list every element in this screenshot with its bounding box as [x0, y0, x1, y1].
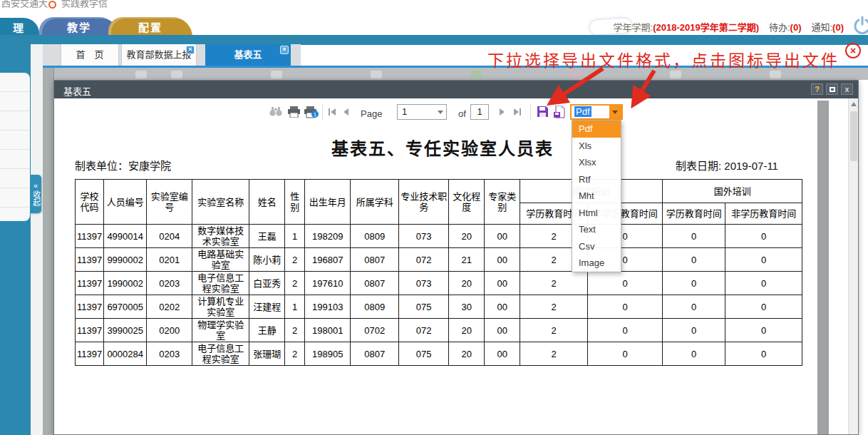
format-option-xls[interactable]: Xls: [572, 138, 621, 155]
tab-close-icon[interactable]: ×: [280, 46, 289, 54]
table-cell: 0: [588, 319, 663, 342]
table-cell: 1: [285, 295, 305, 319]
workspace-tab-0[interactable]: 首 页: [61, 44, 119, 66]
top-info: 学年学期:(2018-2019学年第二学期)待办:(0)通知:(0): [614, 20, 844, 34]
dimmed-page-strip: [43, 68, 54, 435]
format-option-csv[interactable]: Csv: [572, 238, 621, 255]
bookmark-item[interactable]: 实践教学信: [61, 0, 108, 9]
chevron-down-icon: [438, 111, 443, 114]
dialog-body: 1 Page 1 of 1 Pdf 基表五、专任实验室人员表: [54, 98, 858, 434]
table-cell: 073: [399, 272, 449, 295]
todo-label[interactable]: 待办:: [769, 22, 790, 33]
sub-column-header: 学历教育时间: [663, 203, 725, 225]
dialog-help-button[interactable]: ?: [811, 83, 823, 95]
notice-count[interactable]: (0): [832, 22, 844, 33]
format-option-xlsx[interactable]: Xlsx: [572, 154, 621, 171]
table-cell: 0203: [147, 272, 192, 295]
last-page-icon[interactable]: [514, 108, 521, 116]
workspace-tab-2[interactable]: 基表五×: [205, 44, 291, 66]
table-cell: 0809: [351, 225, 399, 248]
format-option-image[interactable]: Image: [572, 255, 621, 272]
prev-page-icon[interactable]: [343, 108, 348, 116]
tab-label: 基表五: [234, 49, 262, 60]
table-cell: 0202: [147, 295, 192, 319]
table-cell: 0: [725, 272, 802, 295]
table-cell: 00: [485, 342, 520, 366]
dialog-titlebar[interactable]: 基表五 ? x: [54, 81, 858, 98]
table-cell: 0807: [351, 342, 399, 366]
export-file-icon[interactable]: [553, 106, 566, 121]
format-option-text[interactable]: Text: [572, 221, 621, 238]
table-cell: 0: [725, 248, 802, 272]
table-cell: 0: [725, 319, 802, 342]
dialog-scrollbar[interactable]: [848, 98, 858, 434]
bookmark-item[interactable]: 西安交通大: [1, 0, 48, 9]
first-page-icon[interactable]: [329, 108, 336, 116]
tab-close-icon[interactable]: ×: [186, 46, 195, 54]
table-cell: 0: [588, 342, 663, 366]
sidebar-collapse-button[interactable]: « 收起: [30, 175, 41, 213]
table-cell: 2: [285, 319, 305, 342]
table-cell: 20: [449, 319, 485, 342]
notice-label[interactable]: 通知:: [811, 22, 832, 33]
header-row-1: 学校代码人员编号实验室编号实验室名称姓名性别出生年月所属学科专业技术职务文化程度…: [76, 180, 802, 203]
table-cell: 2: [285, 342, 305, 366]
annotation-close-icon[interactable]: ×: [845, 43, 861, 58]
sidebar-menu-panel[interactable]: [0, 73, 30, 221]
table-cell: 00: [485, 225, 520, 248]
table-cell: 30: [449, 295, 485, 319]
next-page-icon[interactable]: [500, 108, 505, 116]
table-cell: 199103: [305, 295, 351, 319]
print-page-icon[interactable]: 1: [304, 106, 319, 121]
save-icon[interactable]: [537, 106, 549, 121]
search-icon: [269, 106, 282, 119]
table-cell: 0: [588, 295, 663, 319]
table-cell: 1990002: [104, 272, 147, 295]
annotation-text: 下拉选择导出文件格式，点击图标导出文件: [487, 47, 839, 71]
table-cell: 198209: [305, 225, 351, 248]
nav-strip: [0, 35, 868, 45]
table-row: 1139799900020201电路基础实验室陈小莉21968070807072…: [76, 248, 802, 272]
screen: 西安交通大 实践教学信 理 教学 配置 学年学期:(2018-2019学年第二学…: [0, 0, 868, 435]
table-cell: 电子信息工程实验室: [192, 342, 249, 366]
print-icon[interactable]: [288, 106, 300, 121]
logout-power-icon[interactable]: [853, 16, 868, 34]
group-header: 国外培训: [663, 180, 802, 203]
table-cell: 2: [520, 342, 588, 366]
table-cell: 11397: [76, 272, 104, 295]
column-header: 专家类别: [485, 180, 520, 225]
table-cell: 0: [663, 319, 725, 342]
table-cell: 9990002: [104, 248, 147, 272]
format-option-html[interactable]: Html: [572, 205, 621, 222]
table-cell: 00: [485, 272, 520, 295]
table-cell: 0200: [147, 319, 192, 342]
page-number-select[interactable]: 1: [397, 104, 447, 120]
format-option-pdf[interactable]: Pdf: [572, 121, 621, 138]
table-cell: 2: [520, 295, 588, 319]
export-format-select[interactable]: Pdf: [570, 104, 623, 120]
column-header: 专业技术职务: [399, 180, 449, 225]
workspace-tabbar: 首 页教育部数据上报×基表五×: [43, 44, 301, 66]
scroll-up-icon[interactable]: [851, 102, 857, 106]
report-dialog: 基表五 ? x 1 Page 1 of 1: [53, 80, 859, 435]
dialog-maximize-button[interactable]: [826, 83, 838, 95]
report-table-body: 1139749900140204数字媒体技术实验室王磊1198209080907…: [76, 225, 802, 366]
selected-format: Pdf: [574, 106, 591, 117]
dialog-close-button[interactable]: x: [841, 83, 853, 95]
report-unit: 制表单位：安康学院: [75, 158, 171, 173]
table-cell: 20: [449, 272, 485, 295]
dialog-title: 基表五: [63, 84, 91, 98]
table-cell: 0: [663, 342, 725, 366]
tab-label: 首 页: [76, 49, 103, 60]
bookmark-favicon-icon: [48, 1, 56, 9]
table-cell: 汪建程: [249, 295, 285, 319]
workspace-tab-1[interactable]: 教育部数据上报×: [121, 44, 197, 66]
todo-count[interactable]: (0): [790, 22, 802, 33]
report-title: 基表五、专任实验室人员表: [54, 135, 831, 160]
scroll-thumb[interactable]: [850, 111, 857, 161]
format-option-rtf[interactable]: Rtf: [572, 171, 621, 188]
format-option-mht[interactable]: Mht: [572, 188, 621, 205]
table-cell: 张珊瑚: [249, 342, 285, 366]
table-cell: 00: [485, 248, 520, 272]
format-dropdown-arrow-icon[interactable]: [609, 106, 621, 118]
